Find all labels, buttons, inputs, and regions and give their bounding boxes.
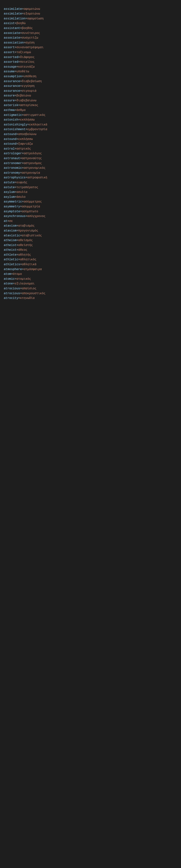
list-item: atrocious=απαίσιος [4,286,177,291]
english-word: atavism [4,224,17,227]
equals-sign: = [20,210,22,213]
english-word: asylum [4,195,15,199]
greek-word: άθεος [18,248,27,252]
english-word: assuage [4,65,17,68]
greek-word: ευφυής [17,181,27,184]
greek-word: ασύμμετρος [24,200,42,204]
equals-sign: = [18,118,20,122]
greek-word: άσθμα [17,108,26,112]
greek-word: σε [9,219,13,223]
equals-sign: = [22,75,24,78]
list-item: astonishment=εμβροντησία [4,127,177,132]
equals-sign: = [18,103,20,107]
equals-sign: = [22,152,24,155]
equals-sign: = [22,162,24,165]
list-item: astronaut=αστροναύτης [4,156,177,161]
english-word: assurance [4,84,20,88]
list-item: asylum=ασυλία [4,190,177,195]
list-item: assuage=κατευνάζω [4,65,177,69]
greek-word: αφομοίωση [27,17,43,20]
list-item: assume=υποθέτω [4,69,177,74]
greek-word: αθεϊσμός [18,239,33,242]
english-word: assure [4,94,15,97]
english-word: astronomer [4,162,22,165]
english-word: astute [4,186,15,189]
list-item: atrocity=κτηνωδία [4,296,177,301]
greek-word: ατομικός [17,277,31,281]
equals-sign: = [17,224,18,227]
equals-sign: = [20,80,22,83]
greek-word: ποικίλος [20,60,34,64]
english-word: astonishingly [4,123,27,126]
list-item: atomic=ατομικός [4,277,177,282]
english-word: assistant [4,27,20,30]
equals-sign: = [26,176,27,179]
equals-sign: = [20,287,22,290]
list-item: atavism=προγονισμός [4,228,177,234]
english-word: assort [4,46,15,49]
greek-word: βοηθός [22,27,33,30]
greek-word: διαβεβαίωση [22,80,42,83]
greek-word: κτηνωδία [20,297,34,300]
equals-sign: = [24,41,26,44]
equals-sign: = [15,108,17,112]
equals-sign: = [17,244,18,247]
english-word: asymptote [4,210,20,213]
greek-word: αποσβολώνω [18,133,36,136]
equals-sign: = [15,277,17,281]
english-word: atheist [4,244,17,247]
english-word: athletics [4,263,20,266]
list-item: astute=ευφυής [4,180,177,185]
english-word: atrocity [4,297,18,300]
english-word: atheist [4,248,17,252]
list-item: assurance=σιγουριά [4,89,177,94]
english-word: atom [4,272,11,276]
list-item: atavism=αταβισμός [4,224,177,228]
greek-word: αστρονομία [22,171,40,175]
list-item: asynchronous=ασύγχρονος [4,214,177,219]
list-item: astronomy=αστρονομία [4,170,177,176]
english-word: asterisk [4,103,18,107]
equals-sign: = [17,248,18,252]
greek-word: συναναστρέφομαι [17,46,43,49]
english-word: astrologer [4,152,22,155]
english-word: atrocious [4,287,20,290]
english-word: astrophysics [4,176,26,179]
equals-sign: = [15,94,17,97]
list-item: atrocious=αποκρουστικός [4,291,177,296]
list-item: assure=βεβαιώνω [4,93,177,98]
greek-word: αθλητικά [22,263,36,266]
equals-sign: = [20,157,22,160]
equals-sign: = [20,84,22,88]
equals-sign: = [17,229,18,232]
greek-word: αθλητής [18,253,31,256]
list-item: astronomic=αστρονομικός [4,166,177,170]
list-item: astound=εκπλήσσω [4,137,177,142]
english-word: assimilation [4,17,26,20]
list-item: at=σε [4,219,177,224]
equals-sign: = [20,205,22,208]
list-item: assimilate=εξομοιώνω [4,11,177,17]
english-word: atavism [4,229,17,232]
greek-word: αθλητικός [20,258,36,261]
greek-word: αστρολόγος [24,152,42,155]
english-word: asymmetry [4,205,20,208]
english-word: associate [4,31,20,35]
list-item: assure=διαβεβαιώνω [4,98,177,103]
equals-sign: = [17,239,18,242]
list-item: astound=αποσβολώνω [4,132,177,137]
english-word: assurance [4,80,20,83]
english-word: asynchronous [4,215,26,218]
list-item: atom=άτομο [4,272,177,277]
list-item: astigmatic=αστιγματικός [4,113,177,118]
english-word: asthma [4,108,15,112]
equals-sign: = [17,137,18,141]
greek-word: ατμόσφαιρα [24,268,42,271]
list-item: astral=αστρικός [4,147,177,151]
dictionary-content: assimilate=αφομοιώνωassimilate=εξομοιώνω… [0,0,181,303]
equals-sign: = [20,89,22,93]
equals-sign: = [15,22,17,25]
equals-sign: = [22,166,24,170]
list-item: atavistic=αταβιστικός [4,234,177,238]
list-item: astrophysics=αστροφυσική [4,175,177,180]
